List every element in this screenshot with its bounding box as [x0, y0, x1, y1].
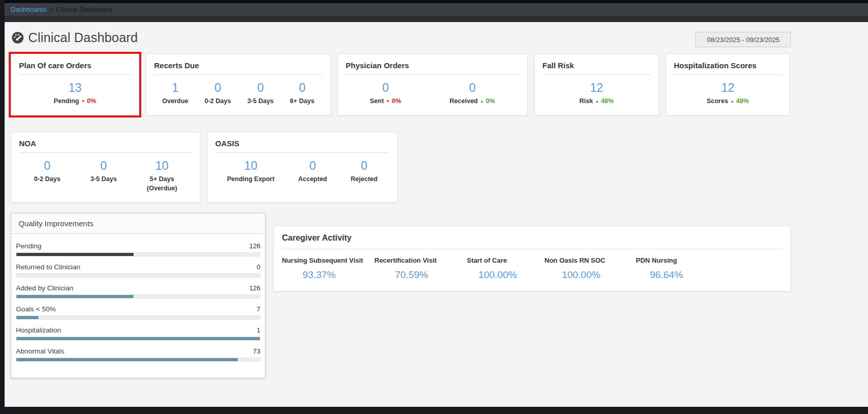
- ca-value[interactable]: 93.37%: [282, 269, 356, 281]
- bottom-bar: [0, 407, 868, 414]
- card-oasis: OASIS 10 Pending Export 0 Accepted 0 Rej…: [207, 132, 398, 203]
- stat-pending-export: 10 Pending Export: [227, 159, 274, 183]
- ca-label: Nursing Subsequent Visit: [282, 257, 369, 264]
- stat-value[interactable]: 0: [90, 159, 117, 172]
- stat-value[interactable]: 0: [449, 81, 495, 94]
- qi-value: 126: [249, 284, 260, 292]
- qi-label: Returned to Clinician: [16, 263, 80, 271]
- stat-value[interactable]: 0: [290, 81, 315, 94]
- qi-value: 1: [257, 326, 260, 334]
- stat-value[interactable]: 0: [298, 159, 327, 172]
- trend-value: 48%: [736, 97, 749, 105]
- ca-label: Start of Care: [467, 257, 539, 264]
- progress-bar-fill: [16, 253, 134, 256]
- qi-label: Pending: [16, 242, 42, 250]
- trend-up-icon: ▲: [730, 99, 734, 104]
- qi-label: Hospitalization: [16, 326, 61, 334]
- subnav-band: [0, 16, 868, 22]
- progress-bar-fill: [16, 295, 134, 298]
- card-plan-of-care-orders: Plan Of care Orders 13 Pending▼ 0%: [11, 54, 139, 115]
- stat-value[interactable]: 12: [579, 81, 614, 94]
- ca-value[interactable]: 100.00%: [544, 269, 618, 281]
- quality-improvements-panel: Quality Improvements Pending126 Returned…: [11, 213, 266, 378]
- stat-label: Scores: [707, 97, 728, 105]
- panel-title: Quality Improvements: [11, 213, 265, 234]
- qi-value: 7: [257, 305, 260, 313]
- ca-label: PDN Nursing: [636, 257, 708, 264]
- trend-up-icon: ▲: [480, 99, 484, 104]
- card-noa: NOA 0 0-2 Days 0 3-5 Days 10 5+ Days (Ov…: [11, 132, 200, 203]
- stat-rejected: 0 Rejected: [351, 159, 378, 183]
- left-sidebar-strip: [0, 0, 5, 414]
- progress-bar-fill: [16, 337, 260, 340]
- ca-col-start-of-care: Start of Care 100.00%: [467, 257, 544, 281]
- stat-pending: 13 Pending▼ 0%: [54, 81, 97, 105]
- progress-bar-track[interactable]: [16, 337, 260, 341]
- ca-label: Non Oasis RN SOC: [544, 257, 631, 264]
- stat-label: Risk: [579, 97, 593, 105]
- stat-value[interactable]: 10: [147, 159, 177, 172]
- trend-down-icon: ▼: [386, 99, 390, 104]
- stat-5-plus-days-overdue: 10 5+ Days (Overdue): [147, 159, 177, 192]
- tachometer-icon: [11, 31, 25, 45]
- stat-label: Pending: [54, 97, 79, 105]
- stat-label: Rejected: [351, 175, 378, 183]
- stat-value[interactable]: 0: [351, 159, 378, 172]
- stat-sent: 0 Sent▼ 0%: [370, 81, 401, 105]
- progress-bar-track[interactable]: [16, 273, 260, 278]
- ca-value[interactable]: 100.00%: [467, 269, 529, 281]
- qi-value: 73: [253, 347, 260, 355]
- qi-item-goals-under-50: Goals < 50%7: [16, 305, 260, 320]
- stat-value[interactable]: 1: [162, 81, 188, 94]
- progress-bar-fill: [16, 358, 238, 361]
- card-title: Recerts Due: [154, 61, 323, 75]
- ca-value[interactable]: 70.59%: [374, 269, 449, 281]
- stat-label: Pending Export: [227, 175, 274, 183]
- stat-label: Accepted: [298, 175, 327, 183]
- trend-up-icon: ▲: [595, 99, 599, 104]
- stat-risk: 12 Risk▲ 48%: [579, 81, 614, 105]
- trend-value: 0%: [87, 97, 96, 105]
- stat-value[interactable]: 13: [54, 81, 97, 94]
- qi-value: 126: [249, 242, 260, 250]
- stat-overdue: 1 Overdue: [162, 81, 188, 105]
- stat-label: 0-2 Days: [204, 97, 231, 105]
- stat-scores: 12 Scores▲ 48%: [707, 81, 749, 105]
- card-physician-orders: Physician Orders 0 Sent▼ 0% 0 Received▲ …: [337, 54, 527, 115]
- breadcrumb-link-dashboards[interactable]: Dashboards: [11, 6, 47, 13]
- stat-value[interactable]: 0: [34, 159, 60, 172]
- stat-label-line2: (Overdue): [147, 185, 177, 192]
- stat-cards-row-2: NOA 0 0-2 Days 0 3-5 Days 10 5+ Days (Ov…: [11, 132, 791, 203]
- bottom-panels-row: Quality Improvements Pending126 Returned…: [11, 213, 791, 378]
- progress-bar-track[interactable]: [16, 358, 260, 362]
- stat-value[interactable]: 10: [227, 159, 274, 172]
- card-title: Plan Of care Orders: [19, 61, 131, 75]
- stat-value[interactable]: 0: [204, 81, 231, 94]
- progress-bar-track[interactable]: [16, 316, 260, 320]
- qi-value: 0: [257, 263, 260, 271]
- qi-label: Goals < 50%: [16, 305, 56, 313]
- stat-3-5-days: 0 3-5 Days: [247, 81, 273, 105]
- stat-label: Sent: [370, 97, 384, 105]
- qi-label: Abnormal Vitals: [16, 347, 64, 355]
- stat-3-5-days: 0 3-5 Days: [90, 159, 117, 192]
- qi-item-added-by-clinician: Added by Clinician126: [16, 284, 260, 299]
- stat-received: 0 Received▲ 0%: [449, 81, 495, 105]
- progress-bar-track[interactable]: [16, 252, 260, 257]
- trend-value: 0%: [486, 97, 495, 105]
- card-title: Hospitalization Scores: [674, 61, 782, 75]
- progress-bar-track[interactable]: [16, 294, 260, 299]
- page-header: Clinical Dashboard 08/23/2025 - 09/23/20…: [11, 22, 791, 54]
- trend-down-icon: ▼: [81, 99, 85, 104]
- stat-value[interactable]: 0: [247, 81, 273, 94]
- date-range-picker[interactable]: 08/23/2025 - 09/23/2025: [695, 32, 791, 47]
- card-title: Physician Orders: [346, 61, 519, 75]
- stat-value[interactable]: 0: [370, 81, 401, 94]
- ca-col-recertification-visit: Recertification Visit 70.59%: [374, 257, 467, 281]
- card-title: OASIS: [215, 139, 389, 153]
- stat-value[interactable]: 12: [707, 81, 749, 94]
- ca-value[interactable]: 96.64%: [636, 269, 697, 281]
- qi-item-returned-to-clinician: Returned to Clinician0: [16, 263, 260, 278]
- breadcrumb-current: Clinical Dashboard: [56, 6, 112, 13]
- ca-col-pdn-nursing: PDN Nursing 96.64%: [636, 257, 713, 281]
